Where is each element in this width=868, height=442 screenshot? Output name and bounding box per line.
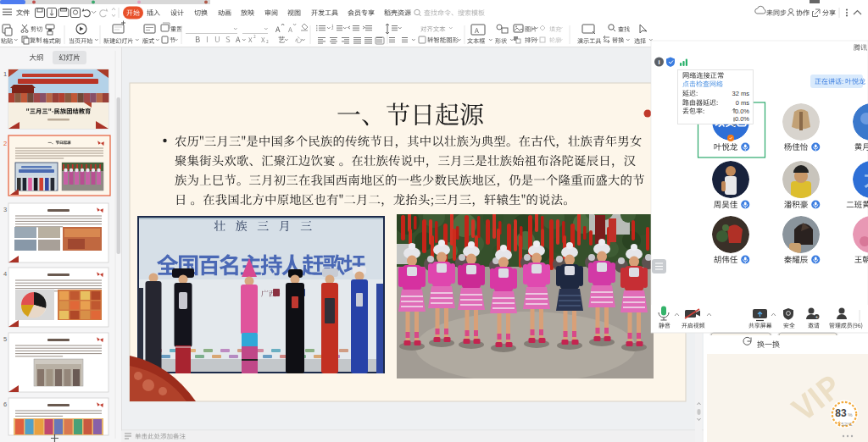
svg-text:3: 3 [3,206,7,213]
svg-text:5: 5 [3,335,7,343]
svg-text:1: 1 [3,70,7,78]
svg-text:52°C: 52°C [841,422,853,427]
svg-text:83: 83 [835,407,847,419]
svg-text:4: 4 [3,270,7,278]
svg-text:0.0%: 0.0% [735,115,749,123]
svg-text:6: 6 [3,401,7,408]
svg-text:2: 2 [3,140,7,147]
svg-text:+: + [815,314,819,319]
svg-text:0 ms: 0 ms [736,99,750,107]
svg-text:32 ms: 32 ms [732,90,750,97]
svg-text:%: % [848,412,853,417]
svg-text:0.0%: 0.0% [735,108,749,115]
svg-text:i: i [658,58,659,66]
